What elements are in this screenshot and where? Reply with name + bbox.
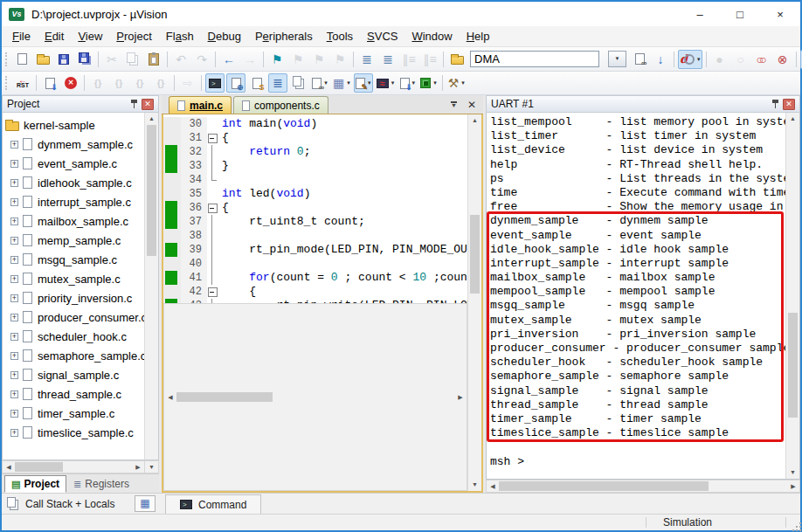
step-over-button[interactable]: {} <box>109 73 128 93</box>
open-file-button[interactable] <box>33 50 52 69</box>
memory-window-button[interactable]: ▦▾ <box>331 73 352 93</box>
step-out-button[interactable]: {} <box>130 73 149 93</box>
scroll-up-icon[interactable] <box>468 114 481 127</box>
menu-debug[interactable]: Debug <box>201 27 248 45</box>
tree-item[interactable]: +mutex_sample.c <box>3 269 144 288</box>
document-list-icon[interactable] <box>451 101 457 108</box>
maximize-button[interactable]: □ <box>720 2 760 26</box>
workspace-tab-project[interactable]: ▤Project <box>4 475 66 493</box>
scroll-up-icon[interactable] <box>786 113 799 125</box>
uart-hscroll[interactable] <box>486 480 800 493</box>
tree-root-item[interactable]: kernel-sample <box>3 115 144 135</box>
minimize-button[interactable]: – <box>680 2 720 26</box>
scroll-thumb[interactable] <box>788 313 798 418</box>
tree-item[interactable]: +dynmem_sample.c <box>3 135 144 154</box>
project-tree[interactable]: kernel-sample+dynmem_sample.c+event_samp… <box>3 113 144 459</box>
scroll-track[interactable] <box>145 125 158 459</box>
dropdown-arrow-icon[interactable]: ▾ <box>412 79 416 86</box>
scroll-track[interactable] <box>468 127 481 479</box>
next-bookmark-button[interactable]: ⚑ <box>288 50 308 69</box>
disassembly-window-button[interactable]: ⊕ <box>226 73 245 93</box>
scroll-left-icon[interactable] <box>487 480 499 492</box>
code-editor[interactable]: 30int main(void)31{32 return 0;33}3435in… <box>163 114 467 303</box>
find-in-files-doc-button[interactable]: ∞ <box>630 50 649 69</box>
scroll-up-icon[interactable] <box>145 113 158 125</box>
scroll-right-icon[interactable] <box>132 461 144 473</box>
navigate-back-button[interactable]: ← <box>219 50 239 69</box>
scroll-left-icon[interactable] <box>164 391 176 403</box>
navigate-forward-button[interactable]: → <box>240 50 259 69</box>
dropdown-arrow-icon[interactable]: ▾ <box>324 79 328 86</box>
kill-breakpoints-button[interactable]: ○○ <box>752 50 771 69</box>
menu-window[interactable]: Window <box>404 27 459 45</box>
resize-grip-icon[interactable] <box>796 526 798 528</box>
expander-plus-icon[interactable]: + <box>10 237 18 245</box>
expander-plus-icon[interactable]: + <box>10 141 18 149</box>
menu-file[interactable]: File <box>5 27 38 45</box>
toolbar-grip[interactable] <box>5 76 8 90</box>
expander-plus-icon[interactable]: + <box>10 410 18 418</box>
tree-item[interactable]: +semaphore_sample.c <box>3 346 144 365</box>
tree-item[interactable]: +priority_inversion.c <box>3 288 144 307</box>
cut-button[interactable]: ✂ <box>102 50 121 69</box>
stop-button[interactable] <box>61 73 80 93</box>
expander-plus-icon[interactable]: + <box>10 160 18 168</box>
toolbar-grip[interactable] <box>5 52 7 66</box>
uart-panel-close-icon[interactable] <box>783 99 795 110</box>
copy-button[interactable] <box>123 50 142 69</box>
serial-window-button[interactable]: ✎▾ <box>354 73 373 93</box>
new-file-button[interactable] <box>12 50 31 69</box>
watch-window-button[interactable]: ∞▾ <box>310 73 329 93</box>
menu-svcs[interactable]: SVCS <box>360 27 404 45</box>
scroll-track[interactable] <box>786 125 799 466</box>
editor-vscroll[interactable] <box>467 114 481 491</box>
comment-button[interactable]: ∥≡ <box>399 50 418 69</box>
editor-hscroll[interactable] <box>163 303 467 491</box>
toolbox-button[interactable]: ⚒▾ <box>446 73 467 93</box>
combo-dropdown-button[interactable] <box>603 50 628 69</box>
scroll-left-icon[interactable] <box>3 461 15 473</box>
tree-item[interactable]: +memp_sample.c <box>3 231 144 250</box>
step-into-button[interactable]: {} <box>88 73 107 93</box>
logic-analyzer-window-button[interactable]: ▾ <box>375 73 397 93</box>
undo-button[interactable]: ↶ <box>171 50 190 69</box>
scroll-thumb[interactable] <box>15 462 63 472</box>
system-viewer-window-button[interactable]: ▾ <box>418 73 439 93</box>
dropdown-arrow-icon[interactable]: ▾ <box>461 79 465 86</box>
workspace-tab-registers[interactable]: ≣Registers <box>66 475 136 493</box>
expander-plus-icon[interactable]: + <box>10 179 18 187</box>
pin-icon[interactable] <box>771 99 779 109</box>
expander-plus-icon[interactable]: + <box>10 256 18 264</box>
tree-item[interactable]: +signal_sample.c <box>3 365 144 384</box>
indent-button[interactable]: ≣ <box>357 50 377 69</box>
tree-item[interactable]: +timeslice_sample.c <box>3 423 144 442</box>
close-button[interactable]: × <box>760 2 800 26</box>
scroll-down-icon[interactable] <box>145 460 159 473</box>
dropdown-arrow-icon[interactable]: ▾ <box>347 79 350 86</box>
fold-marker[interactable] <box>207 201 218 215</box>
registers-window-button[interactable]: ≣ <box>268 73 287 93</box>
reset-button[interactable] <box>13 73 32 93</box>
prev-bookmark-button[interactable]: ⚑ <box>309 50 328 69</box>
dropdown-arrow-icon[interactable]: ▾ <box>697 56 701 63</box>
expander-plus-icon[interactable]: + <box>10 275 18 283</box>
scroll-right-icon[interactable] <box>454 391 467 403</box>
incremental-find-button[interactable]: ↓ <box>651 50 670 69</box>
project-hscroll[interactable] <box>2 460 145 473</box>
expander-plus-icon[interactable]: + <box>10 371 18 379</box>
expander-plus-icon[interactable]: + <box>10 198 18 206</box>
expander-plus-icon[interactable]: + <box>10 333 18 341</box>
run-button[interactable]: ⇓ <box>40 73 59 93</box>
tree-item[interactable]: +event_sample.c <box>3 154 144 173</box>
fold-marker[interactable] <box>207 131 218 145</box>
menu-flash[interactable]: Flash <box>159 27 201 45</box>
insert-breakpoint-button[interactable]: ● <box>710 50 729 69</box>
clear-bookmarks-button[interactable]: ⚑ <box>330 50 349 69</box>
expander-plus-icon[interactable]: + <box>10 352 18 360</box>
call-stack-window-button[interactable] <box>289 73 308 93</box>
menu-help[interactable]: Help <box>460 27 497 45</box>
uncomment-button[interactable]: ∥≡ <box>420 50 439 69</box>
tree-item[interactable]: +interrupt_sample.c <box>3 192 144 211</box>
menu-tools[interactable]: Tools <box>320 27 360 45</box>
scroll-down-icon[interactable] <box>468 479 481 491</box>
